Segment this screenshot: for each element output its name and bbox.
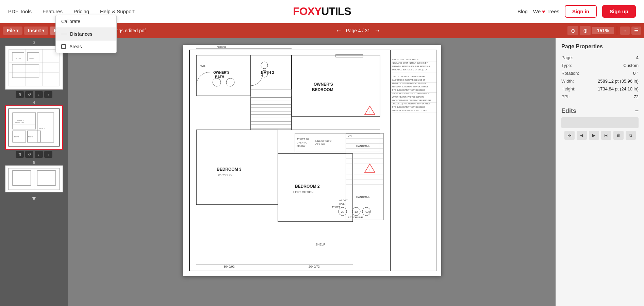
svg-text:8'-0" CLG: 8'-0" CLG <box>218 173 232 177</box>
edits-minus-button[interactable]: − <box>635 107 639 115</box>
logo[interactable]: FOXYUTILS <box>293 5 351 18</box>
file-chevron: ▾ <box>16 28 18 33</box>
calibrate-label: Calibrate <box>61 19 80 24</box>
nav-blog[interactable]: Blog <box>517 8 528 14</box>
prop-rotation-value: 0 ° <box>633 71 639 76</box>
svg-text:INSULATED DOOR IN HELP CLOSNG : INSULATED DOOR IN HELP CLOSNG DIR <box>392 62 428 64</box>
edits-bar <box>561 117 639 128</box>
edits-label: Edits <box>561 107 576 115</box>
thumb-img-3[interactable]: ROOM ROOM <box>5 46 63 90</box>
thumb-controls-4: 🗑 ↺ ↓ ↑ <box>4 150 64 159</box>
thumb-img-4[interactable]: OWNER'S BEDROOM BATH 2 BED 3 BED 2 <box>5 105 63 150</box>
prev-page-button[interactable]: ← <box>334 27 343 34</box>
dropdown-distances[interactable]: Distances <box>56 28 116 40</box>
svg-text:OWNER'S: OWNER'S <box>314 82 333 87</box>
thumb-up-3[interactable]: ↑ <box>44 91 52 98</box>
nav-links: PDF Tools Features Pricing Help & Suppor… <box>8 8 135 14</box>
insert-button[interactable]: Insert ▾ <box>24 27 48 35</box>
thumb-delete-3[interactable]: 🗑 <box>16 91 24 98</box>
file-label: File <box>7 28 15 33</box>
distances-label: Distances <box>70 31 93 37</box>
fit-button[interactable]: ↔ <box>620 27 630 35</box>
pdf-viewer[interactable]: OWNER'S BATH WIC BATH 2 OWNER'S BEDROOM … <box>68 38 556 306</box>
edit-last-button[interactable]: ⏭ <box>601 131 611 140</box>
prop-width: Width: 2589.12 pt (35.96 in) <box>561 79 639 84</box>
prop-height-label: Height: <box>561 86 575 91</box>
page-nav: ← Page 4 / 31 → <box>334 27 382 34</box>
svg-text:BELOW: BELOW <box>297 145 306 147</box>
thumb-delete-4[interactable]: 🗑 <box>16 151 24 158</box>
svg-text:!: ! <box>369 168 370 171</box>
svg-text:PLATFORM (KEEP TEMPERATURE AND: PLATFORM (KEEP TEMPERATURE AND PRE <box>392 99 431 101</box>
sidebar-scroll-down[interactable]: ▼ <box>31 195 37 202</box>
svg-text:T TO BLDG SUPPLY NOT TO EXCEED: T TO BLDG SUPPLY NOT TO EXCEED <box>392 106 425 108</box>
pdf-page: OWNER'S BATH WIC BATH 2 OWNER'S BEDROOM … <box>183 45 441 276</box>
svg-text:AT OPT.: AT OPT. <box>332 206 341 208</box>
nav-we-trees[interactable]: We♥Trees <box>533 8 559 14</box>
zoom-controls: ⊖ ⊕ 151% <box>567 26 614 35</box>
thumb-rotate-4[interactable]: ↺ <box>25 151 33 158</box>
nav-features[interactable]: Features <box>43 8 63 14</box>
thumb-rotate-3[interactable]: ↺ <box>25 91 33 98</box>
edits-section-title: Edits − <box>561 107 639 115</box>
thumb-img-5[interactable] <box>5 165 63 192</box>
areas-checkbox-icon <box>61 44 66 49</box>
thumb-num-4: 4 <box>4 101 64 105</box>
svg-text:OPEN TO: OPEN TO <box>297 141 308 144</box>
nav-help-support[interactable]: Help & Support <box>100 8 135 14</box>
edit-first-button[interactable]: ⏮ <box>564 131 575 140</box>
page-info: Page 4 / 31 <box>346 28 370 33</box>
zoom-out-button[interactable]: ⊖ <box>567 26 578 35</box>
signin-button[interactable]: Sign in <box>565 5 597 18</box>
nav-pricing[interactable]: Pricing <box>73 8 89 14</box>
prop-type: Type: Custom <box>561 63 639 68</box>
svg-text:RAIL: RAIL <box>339 203 345 205</box>
svg-text:BEDROOM: BEDROOM <box>312 87 333 92</box>
prop-page: Page: 4 <box>561 55 639 60</box>
svg-text:T TO BLDG SUPPLY NOT TO EXCEED: T TO BLDG SUPPLY NOT TO EXCEED <box>392 89 425 91</box>
svg-text:A1 OPT.: A1 OPT. <box>339 199 348 202</box>
svg-text:WIC: WIC <box>200 64 207 68</box>
svg-text:LOFT OPTION: LOFT OPTION <box>293 190 314 194</box>
dropdown-calibrate[interactable]: Calibrate <box>56 15 116 28</box>
svg-text:OWNER'S: OWNER'S <box>16 120 24 121</box>
edit-copy-button[interactable]: ⧉ <box>626 131 636 140</box>
file-button[interactable]: File ▾ <box>3 27 22 35</box>
prop-height: Height: 1734.84 pt (24.10 in) <box>561 86 639 91</box>
zoom-in-button[interactable]: ⊕ <box>580 26 591 35</box>
svg-text:3040/92: 3040/92 <box>224 265 235 268</box>
svg-text:BED 3: BED 3 <box>14 136 19 138</box>
thumb-controls-3: 🗑 ↺ ↓ ↑ <box>4 90 64 99</box>
signup-button[interactable]: Sign up <box>602 5 636 18</box>
svg-text:ABOVE, SOLID LINE INDICATES (1: ABOVE, SOLID LINE INDICATES (1) OR <box>392 82 426 84</box>
thumbnail-5: 5 <box>4 160 64 192</box>
prop-page-label: Page: <box>561 55 573 60</box>
measure-dropdown: Calibrate Distances Areas <box>55 15 117 53</box>
svg-text:SHELF: SHELF <box>315 243 326 246</box>
svg-text:BATH 2: BATH 2 <box>39 128 45 130</box>
thumbnail-4: 4 OWNER'S BEDROOM BATH 2 BED 3 BED 2 <box>4 101 64 159</box>
distances-line-icon <box>61 34 67 34</box>
svg-text:AT OPT. MIL: AT OPT. MIL <box>297 138 310 140</box>
edit-prev-button[interactable]: ◀ <box>577 131 587 140</box>
svg-text:HANDRAIL: HANDRAIL <box>356 144 370 148</box>
thumb-down-3[interactable]: ↓ <box>35 91 43 98</box>
zoom-value[interactable]: 151% <box>592 27 614 34</box>
prop-rotation: Rotation: 0 ° <box>561 71 639 76</box>
nav-pdf-tools[interactable]: PDF Tools <box>8 8 32 14</box>
svg-text:DASHED LINE INDICATES (1) LINE: DASHED LINE INDICATES (1) LINE OF <box>392 79 426 81</box>
edit-delete-button[interactable]: 🗑 <box>613 131 624 140</box>
next-page-button[interactable]: → <box>373 27 382 34</box>
prop-width-value: 2589.12 pt (35.96 in) <box>598 79 639 84</box>
svg-text:12: 12 <box>354 210 358 214</box>
svg-text:FLUSH WATER HEATER FLUSH IT WA: FLUSH WATER HEATER FLUSH IT WALL 2 <box>392 92 429 95</box>
thumb-down-4[interactable]: ↓ <box>35 151 43 158</box>
edit-next-button[interactable]: ▶ <box>589 131 599 140</box>
dropdown-areas[interactable]: Areas <box>56 40 116 53</box>
menu-button[interactable]: ☰ <box>631 27 641 35</box>
thumb-up-4[interactable]: ↑ <box>44 151 52 158</box>
svg-text:WATER HEATER FLUSH IT WALL 2 S: WATER HEATER FLUSH IT WALL 2 SIDE <box>392 109 427 112</box>
svg-text:!: ! <box>369 111 370 114</box>
prop-height-value: 1734.84 pt (24.10 in) <box>598 86 639 91</box>
svg-text:BELOW OF EXTERIOR. SUPPLY AIR : BELOW OF EXTERIOR. SUPPLY AIR NOT <box>392 86 428 88</box>
